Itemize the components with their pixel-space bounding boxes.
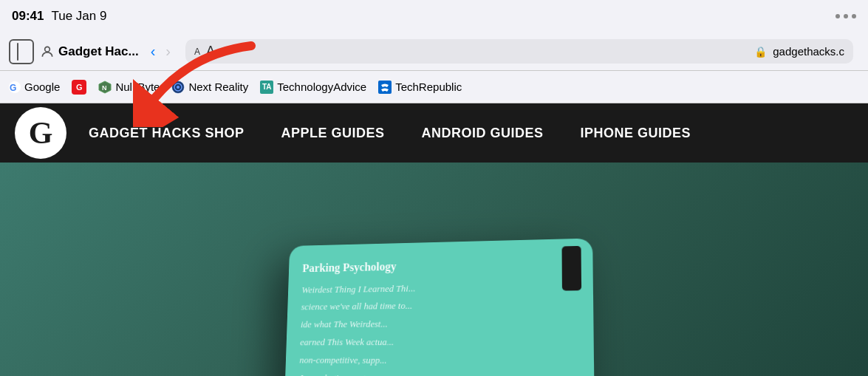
site-logo[interactable]: G — [15, 107, 66, 159]
nav-arrows: ‹ › — [148, 43, 174, 60]
bookmark-google-label: Google — [24, 81, 60, 93]
bookmark-google[interactable]: G Google — [9, 81, 60, 93]
bookmark-technology-advice-label: TechnologyAdvice — [277, 81, 366, 93]
bookmarks-bar: G Google G N Null Byte Next Reality TA T… — [0, 71, 868, 103]
nav-link-iphone[interactable]: IPHONE GUIDES — [581, 126, 691, 141]
site-navbar: G GADGET HACKS SHOP APPLE GUIDES ANDROID… — [0, 103, 868, 163]
bookmark-null-byte-label: Null Byte — [115, 81, 160, 93]
three-dots-menu[interactable] — [835, 14, 856, 18]
forward-button[interactable]: › — [163, 43, 174, 60]
nav-link-android[interactable]: ANDROID GUIDES — [422, 126, 544, 141]
bookmark-null-byte[interactable]: N Null Byte — [98, 81, 160, 94]
dot-2 — [844, 14, 848, 18]
sidebar-toggle-button[interactable] — [9, 39, 34, 64]
font-size-large-label: A — [206, 44, 215, 59]
dot-3 — [852, 14, 856, 18]
google-favicon-icon: G — [9, 81, 21, 93]
svg-point-7 — [177, 86, 180, 89]
svg-point-0 — [45, 47, 50, 52]
bookmark-tech-republic-label: TechRepublic — [395, 81, 462, 93]
screen-line-7: Jess, what's your te... — [298, 370, 578, 376]
screen-line-4: ide what The Weirdest... — [300, 315, 578, 332]
gadget-hacks-favicon-icon: G — [72, 80, 86, 95]
screen-line-6: non-competitive, supp... — [299, 352, 578, 369]
tech-republic-favicon-icon — [378, 81, 392, 94]
bookmark-tech-republic[interactable]: TechRepublic — [378, 81, 462, 94]
person-icon — [40, 44, 55, 59]
status-right — [835, 14, 856, 18]
hero-area: Parking Psychology Weirdest Thing I Lear… — [0, 163, 868, 376]
phone-screen: Parking Psychology Weirdest Thing I Lear… — [282, 238, 595, 376]
nav-links: GADGET HACKS SHOP APPLE GUIDES ANDROID G… — [89, 126, 691, 141]
site-logo-letter: G — [29, 115, 53, 151]
status-left: 09:41 Tue Jan 9 — [12, 9, 106, 24]
back-button[interactable]: ‹ — [148, 43, 159, 60]
phone-screen-content: Parking Psychology Weirdest Thing I Lear… — [282, 238, 595, 376]
nav-link-shop[interactable]: GADGET HACKS SHOP — [89, 126, 245, 141]
null-byte-favicon-icon: N — [98, 81, 112, 94]
lock-icon: 🔒 — [754, 46, 767, 58]
bookmark-technology-advice[interactable]: TA TechnologyAdvice — [260, 81, 366, 94]
account-button[interactable]: Gadget Hac... — [40, 44, 139, 59]
status-date: Tue Jan 9 — [51, 9, 106, 24]
phone-notch — [561, 245, 581, 290]
site-title-text: Gadget Hac... — [58, 44, 139, 59]
svg-text:G: G — [10, 83, 16, 93]
dot-1 — [835, 14, 840, 18]
screen-line-1: Parking Psychology — [302, 253, 578, 276]
status-time: 09:41 — [12, 9, 44, 24]
phone-image: Parking Psychology Weirdest Thing I Lear… — [0, 163, 868, 376]
url-text: gadgethacks.c — [773, 45, 844, 58]
next-reality-favicon-icon — [171, 81, 185, 94]
svg-text:N: N — [102, 84, 107, 92]
technology-advice-favicon-icon: TA — [260, 81, 273, 94]
bookmark-gadget-hacks[interactable]: G — [72, 80, 86, 95]
bookmark-next-reality-label: Next Reality — [188, 81, 248, 93]
nav-link-apple[interactable]: APPLE GUIDES — [281, 126, 385, 141]
screen-line-2: Weirdest Thing I Learned Thi... — [301, 278, 578, 297]
svg-rect-8 — [378, 81, 392, 94]
sidebar-divider — [17, 43, 18, 61]
status-bar: 09:41 Tue Jan 9 — [0, 0, 868, 33]
screen-line-3: science we've all had time to... — [301, 296, 578, 314]
bookmark-next-reality[interactable]: Next Reality — [171, 81, 248, 94]
screen-line-5: earned This Week actua... — [299, 334, 578, 349]
font-size-small-label: A — [194, 47, 200, 57]
browser-toolbar: Gadget Hac... ‹ › A A 🔒 gadgethacks.c — [0, 33, 868, 71]
address-bar[interactable]: A A 🔒 gadgethacks.c — [185, 39, 853, 64]
